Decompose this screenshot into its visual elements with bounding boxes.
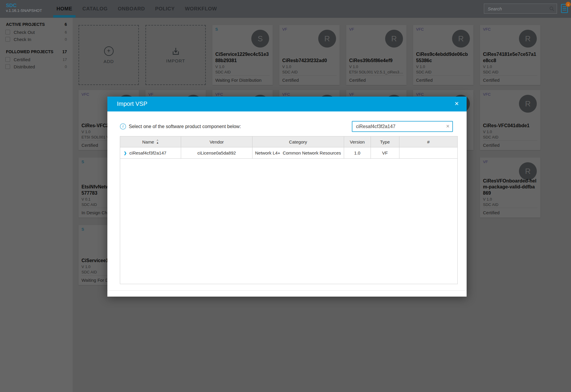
import-vsp-modal: Import VSP ✕ i Select one of the softwar… [107,97,467,297]
column-label: # [427,139,429,144]
column-header-version[interactable]: Version [344,136,371,147]
header-search-input[interactable] [487,4,548,13]
tab-catalog[interactable]: CATALOG [77,0,113,18]
cell-category: Network L4+ Common Network Resources [252,147,344,158]
cell-name: ❯ ciResaf4cf3f2a147 [120,147,181,158]
modal-title: Import VSP [117,100,147,107]
cell-num [399,147,457,158]
vsp-filter-input[interactable] [355,122,443,131]
tab-policy-label: POLICY [155,6,175,12]
tab-catalog-label: CATALOG [82,6,108,12]
column-label: Category [289,139,307,144]
sort-asc-icon: ^ ▲ [156,139,159,144]
cell-version: 1.0 [344,147,371,158]
column-label: Vendor [210,139,224,144]
cell-type: VF [371,147,399,158]
modal-footer-divider [107,290,467,291]
column-header-type[interactable]: Type [371,136,399,147]
app-logo: SDC v.1.16.1-SNAPSHOT [6,3,42,13]
column-header-num[interactable]: # [399,136,457,147]
cell-vendor: ciLicense0a5da892 [181,147,252,158]
vsp-filter-box: ✕ [352,121,453,132]
close-icon[interactable]: ✕ [454,100,459,107]
notifications-report-icon[interactable]: ↓ [561,4,569,14]
sort-triangle: ▲ [156,141,159,144]
tab-home[interactable]: HOME [51,0,77,18]
tab-policy[interactable]: POLICY [150,0,180,18]
header-search-box [484,4,557,14]
column-header-name[interactable]: Name ^ ▲ [120,136,181,147]
tab-workflow[interactable]: WORKFLOW [180,0,222,18]
vsp-table-header: Name ^ ▲ Vendor Category Version Type # [120,136,457,147]
column-label: Version [350,139,365,144]
clear-filter-icon[interactable]: ✕ [446,124,450,129]
tab-home-label: HOME [57,6,72,12]
version-text: v.1.16.1-SNAPSHOT [6,9,42,13]
tab-onboard-label: ONBOARD [118,6,145,12]
column-label: Type [380,139,390,144]
logo-text: SDC [6,3,42,9]
tab-workflow-label: WORKFLOW [185,6,217,12]
main-nav: HOME CATALOG ONBOARD POLICY WORKFLOW [51,0,222,18]
column-header-category[interactable]: Category [252,136,344,147]
column-header-vendor[interactable]: Vendor [181,136,252,147]
modal-header: Import VSP ✕ [107,97,467,111]
column-label: Name [142,139,154,144]
table-row[interactable]: ❯ ciResaf4cf3f2a147 ciLicense0a5da892 Ne… [120,147,457,159]
modal-info-text: Select one of the software product compo… [129,124,241,129]
vsp-name: ciResaf4cf3f2a147 [129,150,166,155]
info-icon: i [120,123,126,130]
search-icon [549,6,554,11]
tab-onboard[interactable]: ONBOARD [113,0,150,18]
modal-info-row: i Select one of the software product com… [120,121,241,132]
vsp-table: Name ^ ▲ Vendor Category Version Type # … [120,136,458,284]
notification-badge: ↓ [566,2,571,7]
top-header: SDC v.1.16.1-SNAPSHOT HOME CATALOG ONBOA… [0,0,571,18]
expand-chevron-icon[interactable]: ❯ [124,151,127,155]
